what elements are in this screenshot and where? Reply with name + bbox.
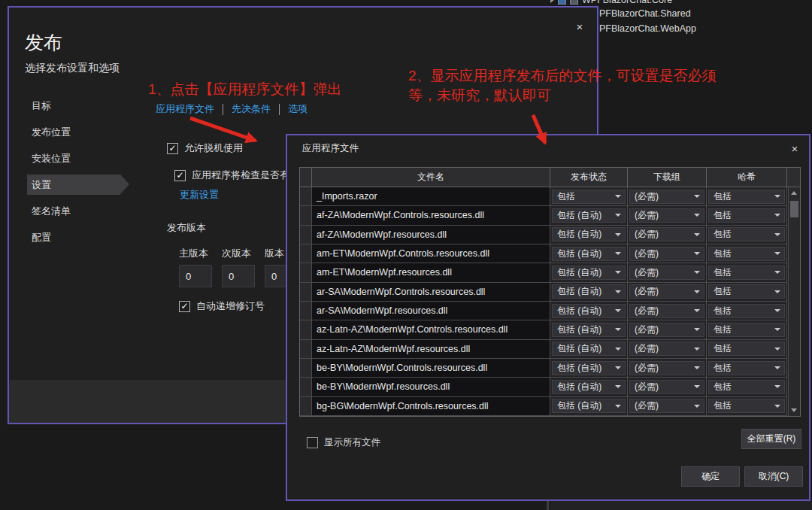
tab-application-files[interactable]: 应用程序文件: [156, 102, 214, 116]
close-icon[interactable]: ×: [786, 140, 803, 156]
row-header-cell[interactable]: [300, 340, 312, 359]
file-name-cell[interactable]: ar-SA\ModernWpf.Controls.resources.dll: [312, 283, 550, 302]
hash-select[interactable]: 包括: [708, 380, 785, 394]
col-file-name[interactable]: 文件名: [312, 168, 550, 187]
publish-status-select[interactable]: 包括 (自动): [552, 284, 626, 299]
publish-status-select[interactable]: 包括 (自动): [552, 227, 626, 241]
file-name-cell[interactable]: az-Latn-AZ\ModernWpf.Controls.resources.…: [312, 320, 550, 339]
checkbox-unchecked-icon[interactable]: [307, 437, 318, 448]
row-header-cell[interactable]: [300, 397, 312, 416]
file-name-cell[interactable]: am-ET\ModernWpf.resources.dll: [312, 263, 550, 282]
update-settings-link[interactable]: 更新设置: [180, 188, 219, 202]
sidebar-item-sign-manifests[interactable]: 签名清单: [27, 201, 120, 221]
file-name-cell[interactable]: af-ZA\ModernWpf.Controls.resources.dll: [312, 206, 550, 225]
checkbox-checked-icon[interactable]: ✓: [179, 301, 190, 312]
file-name-cell[interactable]: az-Latn-AZ\ModernWpf.resources.dll: [312, 340, 550, 359]
sidebar-item-install-location[interactable]: 安装位置: [27, 148, 120, 168]
publish-status-select[interactable]: 包括 (自动): [552, 342, 626, 356]
download-group-select[interactable]: (必需): [629, 190, 704, 204]
publish-status-select[interactable]: 包括 (自动): [552, 247, 626, 261]
checkbox-checked-icon[interactable]: ✓: [167, 143, 178, 154]
col-publish-status[interactable]: 发布状态: [550, 168, 628, 187]
hash-select[interactable]: 包括: [708, 323, 785, 337]
sidebar-item-target[interactable]: 目标: [27, 96, 120, 116]
publish-status-select[interactable]: 包括 (自动): [552, 323, 626, 337]
show-all-files-row[interactable]: 显示所有文件: [307, 436, 380, 449]
download-group-select[interactable]: (必需): [629, 342, 704, 356]
offline-checkbox-row[interactable]: ✓ 允许脱机使用: [167, 141, 243, 155]
publish-status-select[interactable]: 包括 (自动): [552, 208, 626, 223]
download-group-select[interactable]: (必需): [629, 266, 704, 280]
file-name-cell[interactable]: bg-BG\ModernWpf.Controls.resources.dll: [312, 397, 550, 416]
file-name-cell[interactable]: be-BY\ModernWpf.resources.dll: [312, 378, 550, 396]
updates-checkbox-label: 应用程序将检查是否有更: [192, 168, 299, 182]
hash-select[interactable]: 包括: [708, 304, 785, 318]
download-group-select[interactable]: (必需): [629, 227, 704, 241]
publish-status-select[interactable]: 包括 (自动): [552, 361, 626, 375]
publish-status-select[interactable]: 包括 (自动): [552, 399, 626, 413]
sidebar-item-publish-location[interactable]: 发布位置: [27, 122, 120, 142]
chevron-down-icon: [615, 328, 621, 331]
download-group-select[interactable]: (必需): [629, 323, 704, 337]
row-header-cell[interactable]: [300, 359, 312, 378]
file-name-cell[interactable]: am-ET\ModernWpf.Controls.resources.dll: [312, 244, 550, 263]
row-header-cell[interactable]: [300, 378, 312, 396]
publish-status-select[interactable]: 包括 (自动): [552, 304, 626, 318]
publish-status-select[interactable]: 包括 (自动): [552, 266, 626, 280]
checkbox-checked-icon[interactable]: ✓: [174, 170, 186, 181]
row-header-cell[interactable]: [300, 302, 312, 320]
row-header-cell[interactable]: [300, 206, 312, 225]
pane-splitter[interactable]: [547, 501, 549, 510]
scroll-down-icon[interactable]: [791, 408, 797, 412]
tree-expander-icon: [550, 0, 554, 3]
file-name-cell[interactable]: af-ZA\ModernWpf.resources.dll: [312, 226, 550, 244]
download-group-select[interactable]: (必需): [629, 380, 704, 394]
download-group-select[interactable]: (必需): [629, 208, 704, 223]
file-name-cell[interactable]: _Imports.razor: [312, 187, 550, 206]
row-header-cell[interactable]: [300, 226, 312, 244]
vertical-scrollbar[interactable]: [788, 187, 800, 416]
tree-item-shared[interactable]: PFBlazorChat.Shared: [599, 8, 691, 19]
hash-select[interactable]: 包括: [708, 399, 785, 413]
file-name-cell[interactable]: be-BY\ModernWpf.Controls.resources.dll: [312, 359, 550, 378]
row-header-cell[interactable]: [300, 244, 312, 263]
col-download-group[interactable]: 下载组: [628, 168, 707, 187]
download-group-select[interactable]: (必需): [629, 399, 704, 413]
sidebar-item-settings[interactable]: 设置: [27, 175, 120, 195]
hash-select[interactable]: 包括: [708, 208, 785, 223]
download-group-select[interactable]: (必需): [629, 284, 704, 299]
download-group-select[interactable]: (必需): [629, 361, 704, 375]
minor-version-input[interactable]: [222, 265, 255, 287]
auto-increment-checkbox-row[interactable]: ✓ 自动递增修订号: [179, 299, 265, 313]
publish-status-select[interactable]: 包括: [552, 190, 626, 204]
download-group-select[interactable]: (必需): [629, 304, 704, 318]
reset-all-button[interactable]: 全部重置(R): [741, 429, 801, 449]
cancel-button[interactable]: 取消(C): [744, 466, 803, 487]
hash-select[interactable]: 包括: [708, 247, 785, 261]
row-header-cell[interactable]: [300, 283, 312, 302]
tab-options[interactable]: 选项: [288, 102, 308, 116]
scroll-up-icon[interactable]: [791, 191, 797, 195]
scrollbar-thumb[interactable]: [790, 201, 798, 217]
tree-item-webapp[interactable]: PFBlazorChat.WebApp: [599, 23, 696, 34]
file-name-cell[interactable]: ar-SA\ModernWpf.resources.dll: [312, 302, 550, 320]
row-header-cell[interactable]: [300, 263, 312, 282]
hash-select[interactable]: 包括: [708, 361, 785, 375]
row-header-cell[interactable]: [300, 320, 312, 339]
hash-select[interactable]: 包括: [708, 190, 785, 204]
ok-button[interactable]: 确定: [681, 466, 740, 487]
tab-prerequisites[interactable]: 先决条件: [232, 102, 271, 116]
row-header-cell[interactable]: [300, 187, 312, 206]
download-group-select[interactable]: (必需): [629, 247, 704, 261]
publish-status-select[interactable]: 包括 (自动): [552, 380, 626, 394]
hash-select[interactable]: 包括: [708, 284, 785, 299]
download-group-select-cell: (必需): [628, 302, 707, 320]
major-version-input[interactable]: [179, 265, 212, 287]
hash-select[interactable]: 包括: [708, 227, 785, 241]
hash-select[interactable]: 包括: [708, 266, 785, 280]
updates-checkbox-row[interactable]: ✓ 应用程序将检查是否有更: [174, 168, 299, 182]
hash-select[interactable]: 包括: [708, 342, 785, 356]
sidebar-item-configuration[interactable]: 配置: [27, 227, 120, 247]
col-hash[interactable]: 哈希: [707, 168, 787, 187]
close-icon[interactable]: ×: [571, 18, 588, 35]
